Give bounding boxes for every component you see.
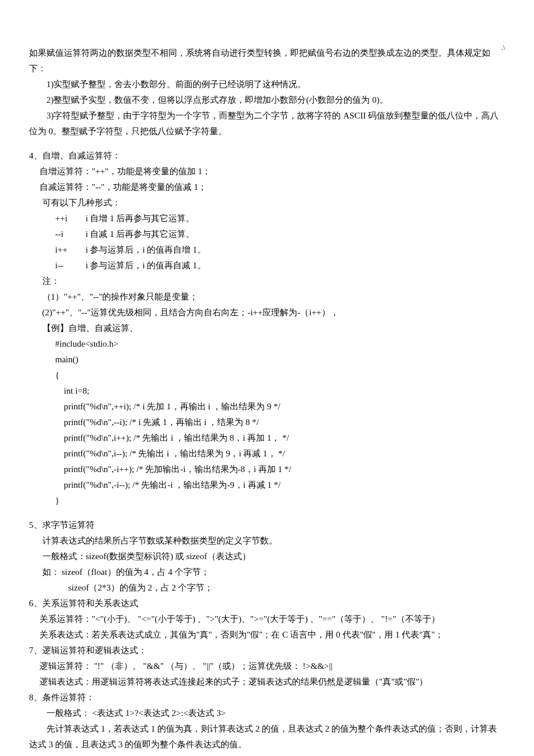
code-line-5: printf("%d\n",++i); /* i 先加 1，再输出 i ，输出结… bbox=[29, 399, 505, 415]
section-5-title: 5、求字节运算符 bbox=[29, 517, 505, 533]
code-line-3: { bbox=[29, 368, 505, 383]
section-5-line-1: 计算表达式的结果所占字节数或某种数据类型的定义字节数。 bbox=[29, 533, 505, 549]
section-7-item-2: 逻辑表达式：用逻辑运算符将表达式连接起来的式子；逻辑表达式的结果仍然是逻辑量（"… bbox=[29, 674, 505, 690]
form-row-3: i++ i 参与运算后，i 的值再自增 1。 bbox=[29, 242, 505, 258]
note-2: (2)"++"、"--"运算优先级相同，且结合方向自右向左；-i++应理解为-（… bbox=[29, 305, 505, 321]
example-label: 【例】自增、自减运算、 bbox=[29, 321, 505, 336]
section-5-line-3: 如： sizeof（float）的值为 4，占 4 个字节； bbox=[29, 564, 505, 580]
form-key-4: i-- bbox=[55, 258, 86, 273]
section-7-item-2-text: 逻辑表达式：用逻辑运算符将表达式连接起来的式子；逻辑表达式的结果仍然是逻辑量（"… bbox=[39, 677, 428, 686]
section-6-title: 6、关系运算符和关系表达式 bbox=[29, 596, 505, 611]
code-line-1: #include<stdio.h> bbox=[29, 336, 505, 352]
code-line-9: printf("%d\n",-i++); /* 先加输出-i，输出结果为-8，i… bbox=[29, 462, 505, 477]
code-line-8: printf("%d\n",i--); /* 先输出 i ，输出结果为 9，i … bbox=[29, 446, 505, 462]
section-6-item-2-text: 关系表达式：若关系表达式成立，其值为"真"，否则为"假"；在 C 语言中，用 0… bbox=[39, 630, 444, 639]
section-7-title: 7、逻辑运算符和逻辑表达式： bbox=[29, 643, 505, 658]
form-val-4: i 参与运算后，i 的值再自减 1。 bbox=[86, 258, 506, 273]
form-key-1: ++i bbox=[55, 211, 86, 226]
section-4-item-2: 自减运算符："--"，功能是将变量的值减 1； bbox=[29, 179, 505, 195]
section-6-item-1: 关系运算符："<"(小于)、 "<="(小于等于) 、">"(大于)、">="(… bbox=[29, 611, 505, 627]
form-row-4: i-- i 参与运算后，i 的值再自减 1。 bbox=[29, 258, 505, 273]
form-val-1: i 自增 1 后再参与其它运算。 bbox=[86, 211, 506, 226]
form-row-2: --i i 自减 1 后再参与其它运算。 bbox=[29, 226, 505, 242]
code-line-7: printf("%d\n",i++); /* 先输出 i ，输出结果为 8，i … bbox=[29, 430, 505, 446]
forms-label: 可有以下几种形式： bbox=[29, 195, 505, 211]
code-line-6: printf("%d\n",--i); /* i 先减 1，再输出 i ，结果为… bbox=[29, 415, 505, 430]
section-8-line-1: 一般格式： <表达式 1>?<表达式 2>:<表达式 3> bbox=[29, 705, 505, 721]
code-line-10: printf("%d\n",-i--); /* 先输出-i ，输出结果为-9，i… bbox=[29, 477, 505, 493]
section-6-item-1-text: 关系运算符："<"(小于)、 "<="(小于等于) 、">"(大于)、">="(… bbox=[39, 614, 440, 624]
form-val-3: i 参与运算后，i 的值再自增 1。 bbox=[86, 242, 506, 258]
section-7-item-1: 逻辑运算符： "!" （非）、 "&&" （与）、 "||"（或）；运算优先级：… bbox=[29, 658, 505, 674]
note-1: （1）"++"、"--"的操作对象只能是变量； bbox=[29, 289, 505, 305]
page-marker: .\ bbox=[501, 42, 505, 55]
section-5-line-2: 一般格式：sizeof(数据类型标识符) 或 sizeof（表达式） bbox=[29, 549, 505, 564]
section-6-item-2: 关系表达式：若关系表达式成立，其值为"真"，否则为"假"；在 C 语言中，用 0… bbox=[29, 627, 505, 643]
section-4-item-2-text: 自减运算符："--"，功能是将变量的值减 1； bbox=[39, 182, 207, 192]
section-8-line-2: 先计算表达式 1，若表达式 1 的值为真，则计算表达式 2 的值，且表达式 2 … bbox=[29, 721, 505, 753]
code-line-2: main() bbox=[29, 352, 505, 368]
section-4-item-1-text: 自增运算符："++"，功能是将变量的值加 1； bbox=[39, 167, 211, 176]
rule-1: 1)实型赋予整型，舍去小数部分。前面的例子已经说明了这种情况。 bbox=[29, 77, 505, 92]
form-key-2: --i bbox=[55, 226, 86, 242]
code-line-11: } bbox=[29, 493, 505, 509]
rule-3: 3)字符型赋予整型，由于字符型为一个字节，而整型为二个字节，故将字符的 ASCI… bbox=[29, 108, 505, 139]
form-key-3: i++ bbox=[55, 242, 86, 258]
form-row-1: ++i i 自增 1 后再参与其它运算。 bbox=[29, 211, 505, 226]
rule-2: 2)整型赋予实型，数值不变，但将以浮点形式存放，即增加小数部分(小数部分的值为 … bbox=[29, 92, 505, 108]
section-7-item-1-text: 逻辑运算符： "!" （非）、 "&&" （与）、 "||"（或）；运算优先级：… bbox=[39, 661, 333, 671]
section-5-line-4: sizeof（2*3）的值为 2，占 2 个字节； bbox=[29, 580, 505, 596]
note-label: 注： bbox=[29, 273, 505, 289]
section-8-title: 8、条件运算符： bbox=[29, 690, 505, 705]
form-val-2: i 自减 1 后再参与其它运算。 bbox=[86, 226, 506, 242]
section-4-title: 4、自增、自减运算符： bbox=[29, 148, 505, 164]
section-4-item-1: 自增运算符："++"，功能是将变量的值加 1； bbox=[29, 164, 505, 179]
code-line-4: int i=8; bbox=[29, 383, 505, 399]
intro-paragraph: 如果赋值运算符两边的数据类型不相同，系统将自动进行类型转换，即把赋值号右边的类型… bbox=[29, 45, 505, 77]
